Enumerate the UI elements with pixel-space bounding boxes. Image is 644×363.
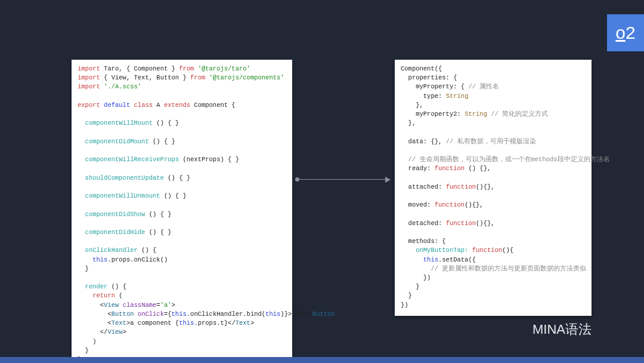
left-column: import Taro, { Component } from '@tarojs… [72,60,292,363]
right-caption: MINA语法 [395,321,592,339]
arrow-icon [298,179,390,180]
badge-o: o [615,23,626,43]
slide-content: import Taro, { Component } from '@tarojs… [72,60,592,363]
arrow [292,60,395,180]
badge-num: 2 [626,23,636,43]
slide-number-badge: o2 [607,14,644,51]
mina-code-panel: Component({ properties: { myProperty: { … [395,60,592,316]
footer-bar [0,357,644,363]
right-column: Component({ properties: { myProperty: { … [395,60,592,339]
react-code-panel: import Taro, { Component } from '@tarojs… [72,60,292,363]
